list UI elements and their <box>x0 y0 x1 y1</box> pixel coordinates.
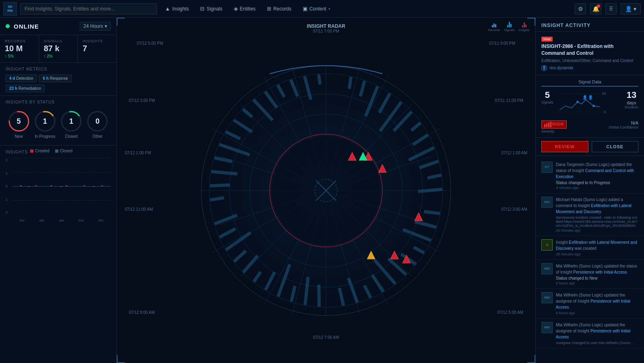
entities-icon: ◈ <box>234 6 238 12</box>
svg-point-92 <box>592 105 595 107</box>
svg-text:0: 0 <box>604 110 606 114</box>
chart-legend: Created Closed <box>30 149 72 153</box>
signals-metric: SIGNALS 87 k ↑ 2% <box>39 35 78 62</box>
activity-header: INSIGHT ACTIVITY <box>536 18 644 32</box>
time-range-selector[interactable]: 24 Hours ▾ <box>80 22 111 31</box>
search-input[interactable] <box>20 3 157 15</box>
insight-badge-new: New <box>541 37 553 41</box>
rsi-insights: Insights <box>518 22 530 32</box>
bars-above <box>12 158 111 186</box>
in-progress-count: 1 <box>43 117 47 126</box>
duration-stat: 13 days Duration <box>625 90 638 109</box>
insights-chart-title: INSIGHTS <box>6 150 28 154</box>
center-panel: INSIGHT RADAR 07/11 7:00 PM Records Sig <box>117 18 535 363</box>
review-button[interactable]: REVIEW <box>541 141 588 152</box>
nav-item-insights[interactable]: ▲ Insights <box>160 4 194 13</box>
svg-text:👤: 👤 <box>582 95 588 100</box>
signal-bottom-stats: HIGH Severity N/A Global Confidence <box>541 120 638 133</box>
time-label-6: 07/12 1:00 AM <box>502 151 528 155</box>
signal-data-title: Signal Data <box>541 79 638 87</box>
chevron-down-icon: ▾ <box>105 23 107 29</box>
status-in-progress[interactable]: 1 In Progress <box>34 110 56 139</box>
close-insight-button[interactable]: CLOSE <box>592 141 639 152</box>
avatar-dt: DT <box>541 162 553 173</box>
closed-count: 1 <box>69 117 73 126</box>
closed-ring: 1 <box>60 110 83 133</box>
activity-item-2: MH Michael Halabi (Sumo Logic) added a c… <box>536 193 644 236</box>
insights-icon: ▲ <box>165 6 170 12</box>
time-label-1: 07/12 5:00 PM <box>137 41 163 46</box>
severity-stat: HIGH Severity <box>541 120 567 133</box>
severity-badge: HIGH <box>541 120 567 129</box>
time-label-5: 07/12 1:00 PM <box>125 151 151 155</box>
signal-chart-svg: 10 0 👤 👤 <box>557 90 610 116</box>
in-progress-ring: 1 <box>34 110 56 133</box>
activity-item-4: MW Mia Wilhelm (Sumo Logic) updated the … <box>536 260 644 289</box>
created-dot <box>30 149 33 153</box>
new-ring: 5 <box>8 110 30 133</box>
in-progress-label: In Progress <box>35 134 55 139</box>
left-panel: ONLINE 24 Hours ▾ RECORDS 10 M ↑ 5% SIGN… <box>0 18 117 363</box>
grid-button[interactable]: ⠿ <box>605 3 617 15</box>
insight-card-title: INSIGHT-2986 - Exfiltration with Command… <box>541 43 638 57</box>
svg-rect-49 <box>317 284 321 307</box>
avatar-mw1: MW <box>541 263 553 274</box>
new-label: New <box>15 134 23 139</box>
insights-metric: INSIGHTS 7 <box>78 35 116 62</box>
legend-created: Created <box>30 149 50 153</box>
other-count: 0 <box>95 117 99 126</box>
time-label-3: 07/12 3:00 PM <box>129 98 155 103</box>
nav-item-entities[interactable]: ◈ Entities <box>229 4 260 13</box>
notification-badge <box>597 4 600 8</box>
status-other[interactable]: 0 Other <box>86 110 109 139</box>
new-count: 5 <box>17 117 21 126</box>
records-icon: ⊞ <box>267 6 271 12</box>
radar-title: INSIGHT RADAR 07/11 7:00 PM <box>307 23 345 33</box>
nav-item-records[interactable]: ⊞ Records <box>262 4 296 13</box>
status-bar: ONLINE 24 Hours ▾ <box>0 18 116 35</box>
nav-item-signals[interactable]: ⊟ Signals <box>195 4 227 13</box>
svg-text:10: 10 <box>602 91 606 95</box>
insight-card: New INSIGHT-2986 - Exfiltration with Com… <box>536 32 644 75</box>
insight-metrics: 4 d Detection 6 h Response 23 h Remediat… <box>0 73 116 96</box>
user-button[interactable]: 👤 ▾ <box>621 3 641 15</box>
insight-card-user: 👤 rico.dynamite <box>541 65 638 71</box>
svg-point-91 <box>576 101 579 103</box>
status-closed[interactable]: 1 Closed <box>60 110 83 139</box>
signal-stats: 5 Signals 10 0 <box>541 90 638 118</box>
detection-pill[interactable]: 4 d Detection <box>6 75 37 82</box>
radar-svg <box>189 54 463 328</box>
online-indicator <box>6 24 10 28</box>
time-label-8: 07/12 3:00 AM <box>502 207 528 212</box>
rsi-records: Records <box>488 22 500 32</box>
remediation-pill[interactable]: 23 h Remediation <box>6 85 45 92</box>
right-panel: INSIGHT ACTIVITY New INSIGHT-2986 - Exfi… <box>535 18 644 363</box>
insights-chart-section: INSIGHTS Created Closed 2 1 <box>0 145 116 363</box>
notifications-button[interactable]: 🔔 <box>590 3 601 15</box>
status-new[interactable]: 5 New <box>8 110 30 139</box>
x-axis: PM AM AM PM PM <box>12 219 111 222</box>
activity-item-1: DT Dana Torgersen (Sumo Logic) updated t… <box>536 158 644 193</box>
signal-actions: REVIEW CLOSE <box>536 138 644 156</box>
signals-stat: 5 Signals <box>541 90 553 104</box>
nav-item-content[interactable]: ▣ Content ▾ <box>298 4 335 13</box>
time-label-9: 07/12 9:00 AM <box>129 310 155 315</box>
y-axis: 2 1 0 1 2 <box>6 158 11 214</box>
settings-button[interactable]: ⚙ <box>575 3 586 15</box>
activity-feed[interactable]: DT Dana Torgersen (Sumo Logic) updated t… <box>536 156 644 363</box>
other-ring: 0 <box>86 110 109 133</box>
corner-deco-br <box>527 355 535 363</box>
time-label-2: 07/11 9:00 PM <box>489 41 515 46</box>
response-pill[interactable]: 6 h Response <box>39 75 71 82</box>
app-logo: su mo <box>3 2 17 16</box>
other-label: Other <box>93 134 103 139</box>
metrics-grid: RECORDS 10 M ↑ 5% SIGNALS 87 k ↑ 2% INSI… <box>0 35 116 63</box>
activity-item-6: MW Mia Wilhelm (Sumo Logic) updated the … <box>536 319 644 348</box>
insights-by-status: 5 New 1 In Progress <box>0 106 116 145</box>
time-label-4: 07/11 11:00 PM <box>495 98 523 103</box>
bars-below <box>12 186 111 214</box>
chart-area <box>12 158 111 214</box>
nav-items: ▲ Insights ⊟ Signals ◈ Entities ⊞ Record… <box>160 4 572 13</box>
rsi-signals: Signals <box>504 22 514 32</box>
signal-data-panel: Signal Data 5 Signals 10 0 <box>536 75 644 138</box>
